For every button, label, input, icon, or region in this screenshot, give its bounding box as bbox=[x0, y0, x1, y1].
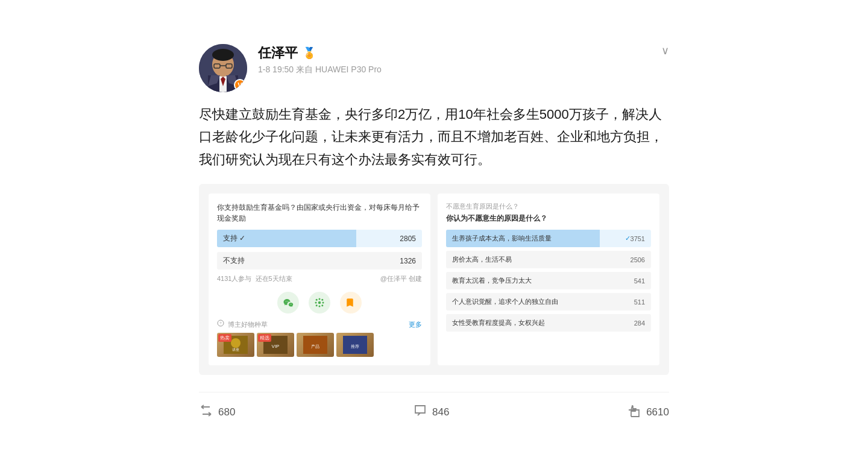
rec-img-1: 热卖 讲座 bbox=[217, 333, 254, 357]
right-option-0-text: 生养孩子成本太高，影响生活质量 bbox=[452, 234, 623, 243]
comment-button[interactable]: 846 bbox=[413, 403, 449, 421]
repost-count: 680 bbox=[218, 406, 235, 418]
poll-left-title: 你支持鼓励生育基金吗？由国家或央行出资金，对每床每月给予现金奖励 bbox=[217, 202, 422, 224]
svg-point-5 bbox=[212, 49, 234, 61]
repost-icon bbox=[199, 403, 213, 421]
svg-point-14 bbox=[315, 302, 317, 304]
right-option-1-text: 房价太高，生活不易 bbox=[452, 255, 631, 264]
right-option-1-count: 2506 bbox=[631, 256, 645, 263]
poll-participants: 4131人参与 还在5天结束 bbox=[217, 274, 292, 283]
poll-right-subtitle: 你认为不愿意生的原因是什么？ bbox=[446, 213, 651, 224]
chevron-button[interactable]: ∨ bbox=[661, 44, 669, 57]
poll-right-title: 不愿意生育原因是什么？ bbox=[446, 202, 651, 211]
repost-button[interactable]: 680 bbox=[199, 403, 235, 421]
right-option-4-count: 284 bbox=[634, 320, 645, 327]
recommend-label: ? 博主好物种草 bbox=[217, 320, 268, 329]
svg-point-15 bbox=[322, 302, 324, 304]
post-text: 尽快建立鼓励生育基金，央行多印2万亿，用10年社会多生5000万孩子，解决人口老… bbox=[199, 103, 669, 171]
poll-left: 你支持鼓励生育基金吗？由国家或央行出资金，对每床每月给予现金奖励 支持 ✓ 28… bbox=[209, 194, 430, 365]
poll-option-1[interactable]: 支持 ✓ 2805 bbox=[217, 230, 422, 247]
poll-option-2-label: 不支持 bbox=[223, 256, 400, 266]
right-option-0-check: ✓ bbox=[625, 235, 631, 242]
user-info: 任泽平 🏅 1-8 19:50 来自 HUAWEI P30 Pro bbox=[258, 44, 669, 75]
embedded-polls: 你支持鼓励生育基金吗？由国家或央行出资金，对每床每月给予现金奖励 支持 ✓ 28… bbox=[199, 184, 669, 375]
svg-point-18 bbox=[316, 304, 318, 306]
recommend-images: 热卖 讲座 精选 VIP 产品 推荐 bbox=[217, 333, 422, 357]
right-option-2-count: 541 bbox=[634, 277, 645, 285]
svg-point-16 bbox=[316, 299, 318, 301]
wechat-share-button[interactable] bbox=[277, 292, 299, 313]
right-option-0-count: 3751 bbox=[631, 235, 645, 242]
right-option-2[interactable]: 教育太沉着，竞争压力太大 541 bbox=[446, 272, 651, 289]
weibo-post-card: ∨ V bbox=[175, 25, 693, 438]
verified-badge: V bbox=[234, 79, 246, 91]
right-option-1[interactable]: 房价太高，生活不易 2506 bbox=[446, 251, 651, 268]
like-button[interactable]: 6610 bbox=[627, 403, 669, 421]
right-option-3-text: 个人意识觉醒，追求个人的独立自由 bbox=[452, 297, 634, 306]
username: 任泽平 bbox=[258, 44, 298, 62]
moments-share-button[interactable] bbox=[309, 292, 330, 313]
right-option-2-text: 教育太沉着，竞争压力太大 bbox=[452, 276, 634, 285]
recommend-more[interactable]: 更多 bbox=[409, 320, 422, 329]
right-option-3[interactable]: 个人意识觉醒，追求个人的独立自由 511 bbox=[446, 293, 651, 310]
poll-right: 不愿意生育原因是什么？ 你认为不愿意生的原因是什么？ 生养孩子成本太高，影响生活… bbox=[438, 194, 659, 365]
save-button[interactable] bbox=[340, 292, 362, 313]
medal-icon: 🏅 bbox=[303, 46, 316, 60]
poll-left-meta: 4131人参与 还在5天结束 @任泽平 创建 bbox=[217, 274, 422, 283]
svg-text:?: ? bbox=[219, 321, 222, 325]
poll-option-2[interactable]: 不支持 1326 bbox=[217, 252, 422, 269]
svg-text:VIP: VIP bbox=[272, 344, 280, 349]
poll-option-1-label: 支持 ✓ bbox=[223, 233, 400, 244]
svg-point-17 bbox=[321, 304, 323, 306]
like-count: 6610 bbox=[646, 406, 669, 418]
recommend-area: ? 博主好物种草 更多 bbox=[217, 320, 422, 329]
svg-point-11 bbox=[318, 301, 321, 304]
post-header: V 任泽平 🏅 1-8 19:50 来自 HUAWEI P30 Pro bbox=[199, 44, 669, 92]
poll-option-1-count: 2805 bbox=[400, 235, 416, 243]
svg-text:讲座: 讲座 bbox=[232, 347, 239, 351]
right-option-4-text: 女性受教育程度提高，女权兴起 bbox=[452, 318, 634, 327]
rec-img-2: 精选 VIP bbox=[257, 333, 294, 357]
svg-text:推荐: 推荐 bbox=[351, 344, 359, 348]
svg-point-23 bbox=[231, 338, 241, 348]
user-avatar[interactable]: V bbox=[199, 44, 247, 92]
right-option-0[interactable]: 生养孩子成本太高，影响生活质量 ✓ 3751 bbox=[446, 230, 651, 247]
svg-text:产品: 产品 bbox=[311, 344, 319, 348]
poll-source: @任泽平 创建 bbox=[380, 274, 422, 283]
rec-img-3: 产品 bbox=[297, 333, 334, 357]
rec-img-4: 推荐 bbox=[336, 333, 374, 357]
name-row: 任泽平 🏅 bbox=[258, 44, 669, 62]
right-option-3-count: 511 bbox=[634, 298, 645, 306]
comment-count: 846 bbox=[432, 406, 449, 418]
poll-option-2-count: 1326 bbox=[400, 257, 416, 265]
svg-point-12 bbox=[319, 298, 321, 300]
svg-point-13 bbox=[319, 306, 321, 307]
post-meta: 1-8 19:50 来自 HUAWEI P30 Pro bbox=[258, 65, 669, 75]
action-bar: 680 846 6610 bbox=[199, 392, 669, 421]
svg-point-19 bbox=[321, 299, 323, 301]
like-icon bbox=[627, 403, 641, 421]
share-icons bbox=[217, 292, 422, 313]
right-option-4[interactable]: 女性受教育程度提高，女权兴起 284 bbox=[446, 314, 651, 332]
comment-icon bbox=[413, 403, 427, 421]
